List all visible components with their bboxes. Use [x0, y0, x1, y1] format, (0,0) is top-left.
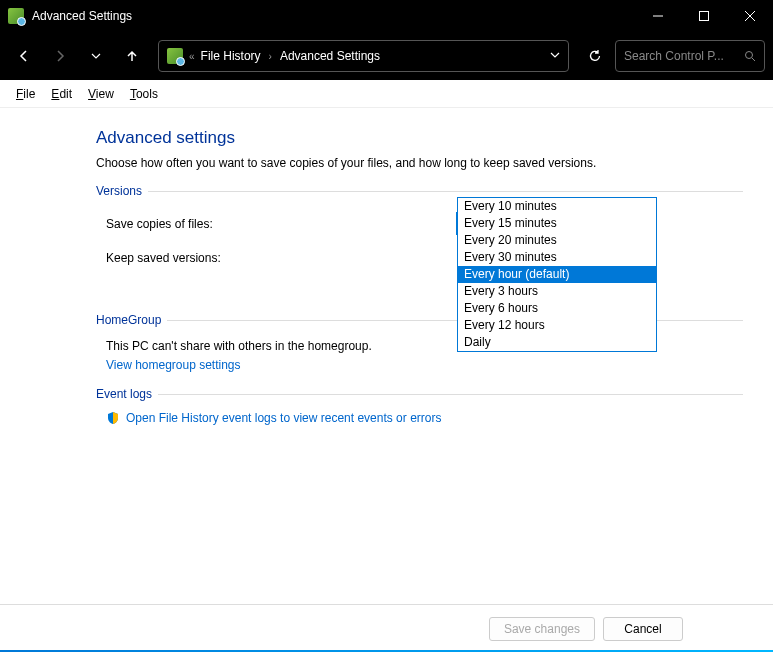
titlebar: Advanced Settings	[0, 0, 773, 32]
minimize-button[interactable]	[635, 0, 681, 32]
search-icon	[744, 50, 756, 62]
svg-line-5	[752, 58, 755, 61]
forward-button[interactable]	[44, 40, 76, 72]
menu-tools[interactable]: Tools	[122, 85, 166, 103]
search-placeholder: Search Control P...	[624, 49, 738, 63]
section-heading-label: Versions	[96, 184, 142, 198]
search-input[interactable]: Search Control P...	[615, 40, 765, 72]
dropdown-option[interactable]: Every 30 minutes	[458, 249, 656, 266]
window-title: Advanced Settings	[32, 9, 635, 23]
dropdown-option[interactable]: Every 6 hours	[458, 300, 656, 317]
dropdown-option[interactable]: Every hour (default)	[458, 266, 656, 283]
page-title: Advanced settings	[96, 128, 743, 148]
section-eventlogs: Event logs Open File History event logs …	[96, 387, 743, 425]
maximize-button[interactable]	[681, 0, 727, 32]
recent-dropdown-button[interactable]	[80, 40, 112, 72]
menubar: File Edit View Tools	[0, 80, 773, 108]
section-versions: Versions Save copies of files: Every hou…	[96, 184, 743, 269]
save-copies-dropdown: Every 10 minutesEvery 15 minutesEvery 20…	[457, 197, 657, 352]
dropdown-option[interactable]: Every 10 minutes	[458, 198, 656, 215]
save-changes-button[interactable]: Save changes	[489, 617, 595, 641]
menu-file[interactable]: File	[8, 85, 43, 103]
refresh-button[interactable]	[579, 40, 611, 72]
dropdown-option[interactable]: Every 12 hours	[458, 317, 656, 334]
menu-edit[interactable]: Edit	[43, 85, 80, 103]
menu-view[interactable]: View	[80, 85, 122, 103]
dropdown-option[interactable]: Every 20 minutes	[458, 232, 656, 249]
eventlogs-row: Open File History event logs to view rec…	[96, 411, 743, 425]
svg-rect-1	[700, 12, 709, 21]
window-controls	[635, 0, 773, 32]
page-description: Choose how often you want to save copies…	[96, 156, 743, 170]
up-button[interactable]	[116, 40, 148, 72]
chevron-right-icon: ›	[267, 51, 274, 62]
navbar: « File History › Advanced Settings Searc…	[0, 32, 773, 80]
address-bar[interactable]: « File History › Advanced Settings	[158, 40, 569, 72]
cancel-button[interactable]: Cancel	[603, 617, 683, 641]
location-icon	[167, 48, 183, 64]
keep-versions-label: Keep saved versions:	[106, 251, 456, 265]
close-button[interactable]	[727, 0, 773, 32]
section-heading-eventlogs: Event logs	[96, 387, 743, 401]
content-area: Advanced settings Choose how often you w…	[0, 108, 773, 642]
section-heading-label: HomeGroup	[96, 313, 161, 327]
svg-point-4	[746, 52, 753, 59]
dropdown-option[interactable]: Every 15 minutes	[458, 215, 656, 232]
section-heading-versions: Versions	[96, 184, 743, 198]
breadcrumb-overflow-icon[interactable]: «	[189, 51, 195, 62]
dropdown-option[interactable]: Every 3 hours	[458, 283, 656, 300]
app-icon	[8, 8, 24, 24]
save-copies-label: Save copies of files:	[106, 217, 456, 231]
breadcrumb-current[interactable]: Advanced Settings	[280, 49, 380, 63]
homegroup-settings-link[interactable]: View homegroup settings	[96, 358, 241, 372]
back-button[interactable]	[8, 40, 40, 72]
section-heading-label: Event logs	[96, 387, 152, 401]
footer: Save changes Cancel	[0, 604, 773, 652]
eventlogs-link[interactable]: Open File History event logs to view rec…	[126, 411, 441, 425]
shield-icon	[106, 411, 120, 425]
dropdown-option[interactable]: Daily	[458, 334, 656, 351]
breadcrumb-root[interactable]: File History	[201, 49, 261, 63]
address-dropdown-button[interactable]	[550, 49, 560, 63]
